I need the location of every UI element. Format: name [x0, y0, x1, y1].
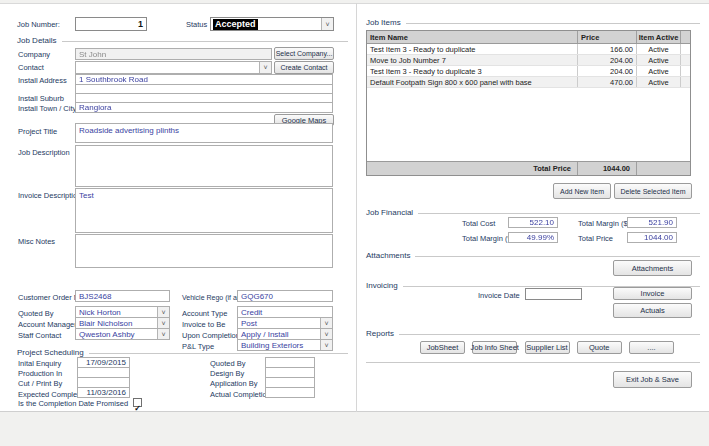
delete-selected-item-button[interactable]: Delete Selected Item	[614, 183, 692, 199]
total-price-label: Total Price	[367, 162, 578, 175]
table-row[interactable]: Test Item 3 - Ready to duplicate 3 204.0…	[367, 66, 690, 77]
install-suburb-label: Install Suburb	[18, 94, 64, 104]
status-dropdown[interactable]: Accepted ˅	[210, 17, 334, 31]
column-header-spacer	[681, 31, 690, 43]
chevron-down-icon[interactable]: ˅	[321, 18, 333, 30]
attachments-button[interactable]: Attachments	[613, 260, 692, 276]
job-items-rows: Test Item 3 - Ready to duplicate 166.00 …	[367, 44, 690, 88]
item-price-cell: 470.00	[578, 77, 637, 87]
table-row[interactable]: Default Footpath Sign 800 x 600 panel wi…	[367, 77, 690, 88]
reports-section-header: Reports	[366, 329, 700, 338]
invoice-description-label: Invoice Description	[18, 191, 81, 201]
status-value: Accepted	[213, 19, 258, 30]
select-company-button[interactable]: Select Company...	[274, 47, 334, 60]
item-spacer-cell	[681, 44, 690, 54]
report-button[interactable]: ....	[629, 341, 674, 354]
item-spacer-cell	[681, 55, 690, 65]
job-details-title: Job Details	[17, 36, 57, 45]
total-spacer-cell	[637, 162, 690, 175]
invoice-to-be-label: Invoice to Be	[182, 320, 225, 330]
total-margin-pct-field[interactable]: 49.99%	[508, 232, 558, 243]
chevron-down-icon[interactable]: ˅	[157, 318, 169, 328]
initial-enquiry-value: 17/09/2015	[86, 358, 126, 367]
project-title-label: Project Title	[18, 127, 57, 137]
misc-notes-field[interactable]	[75, 234, 333, 268]
job-items-table: Item Name Price Item Active Test Item 3 …	[366, 30, 691, 176]
job-number-field[interactable]: 1	[75, 17, 147, 31]
production-in-label: Production In	[18, 369, 62, 379]
create-contact-button[interactable]: Create Contact	[274, 61, 334, 74]
report-button[interactable]: Supplier List	[525, 341, 570, 354]
financial-total-price-label: Total Price	[578, 234, 613, 244]
misc-notes-label: Misc Notes	[18, 237, 55, 247]
report-button[interactable]: Job Info Sheet	[472, 341, 517, 354]
item-price-cell: 204.00	[578, 55, 637, 65]
item-spacer-cell	[681, 66, 690, 76]
invoice-button[interactable]: Invoice	[613, 287, 692, 300]
column-header-item-active[interactable]: Item Active	[637, 31, 681, 43]
completion-promised-checkbox[interactable]	[133, 398, 142, 407]
column-header-item-name[interactable]: Item Name	[367, 31, 578, 43]
invoice-date-field[interactable]	[525, 288, 582, 300]
completion-promised-label: Is the Completion Date Promised	[18, 399, 128, 409]
job-description-field[interactable]	[75, 145, 333, 187]
item-price-cell: 204.00	[578, 66, 637, 76]
project-scheduling-title: Project Scheduling	[17, 348, 84, 357]
quoted-by-value: Nick Horton	[76, 307, 157, 317]
report-button[interactable]: Quote	[577, 341, 622, 354]
item-active-cell: Active	[637, 44, 681, 54]
account-manager-label: Account Manager	[18, 320, 77, 330]
vehicle-rego-value: GQG670	[241, 292, 273, 301]
report-button[interactable]: JobSheet	[420, 341, 465, 354]
financial-total-price-value: 1044.00	[644, 233, 673, 242]
status-label: Status	[186, 20, 207, 30]
vehicle-rego-field[interactable]: GQG670	[237, 290, 333, 302]
item-active-cell: Active	[637, 55, 681, 65]
exit-job-save-button[interactable]: Exit Job & Save	[613, 371, 692, 388]
total-cost-field[interactable]: 522.10	[508, 217, 558, 228]
chevron-down-icon[interactable]: ˅	[320, 318, 332, 328]
actual-completion-field[interactable]	[265, 387, 315, 398]
staff-contact-dropdown[interactable]: Qweston Ashby ˅	[75, 328, 170, 340]
panel-divider	[356, 3, 357, 412]
chevron-down-icon[interactable]: ˅	[259, 62, 271, 73]
reports-title: Reports	[366, 329, 394, 338]
contact-value	[76, 62, 259, 73]
chevron-down-icon[interactable]: ˅	[320, 329, 332, 339]
table-row[interactable]: Move to Job Number 7 204.00 Active	[367, 55, 690, 66]
upon-completion-label: Upon Completion	[182, 331, 240, 341]
project-title-field[interactable]: Roadside advertising plinths	[75, 123, 333, 143]
expected-completion-field[interactable]: 11/03/2016	[77, 387, 130, 398]
account-manager-value: Blair Nicholson	[76, 318, 157, 328]
install-town-field[interactable]: Rangiora	[75, 102, 333, 113]
item-spacer-cell	[681, 77, 690, 87]
footer-divider	[366, 362, 700, 363]
invoice-description-field[interactable]: Test	[75, 188, 333, 233]
contact-dropdown[interactable]: ˅	[75, 61, 272, 74]
customer-order-field[interactable]: BJS2468	[75, 290, 170, 302]
cut-print-by-label: Cut / Print By	[18, 379, 62, 389]
job-items-section-header: Job Items	[366, 18, 700, 27]
item-active-cell: Active	[637, 77, 681, 87]
job-financial-section-header: Job Financial	[366, 208, 700, 217]
chevron-down-icon[interactable]: ˅	[157, 307, 169, 317]
actuals-button[interactable]: Actuals	[613, 303, 692, 318]
item-name-cell: Default Footpath Sign 800 x 600 panel wi…	[367, 77, 578, 87]
chevron-down-icon[interactable]: ˅	[157, 329, 169, 339]
item-name-cell: Test Item 3 - Ready to duplicate 3	[367, 66, 578, 76]
column-header-price[interactable]: Price	[578, 31, 637, 43]
table-row[interactable]: Test Item 3 - Ready to duplicate 166.00 …	[367, 44, 690, 55]
company-field[interactable]: St John	[75, 48, 272, 60]
financial-total-price-field[interactable]: 1044.00	[627, 232, 677, 243]
actual-completion-label: Actual Completion	[210, 390, 271, 400]
item-active-cell: Active	[637, 66, 681, 76]
total-cost-value: 522.10	[530, 218, 554, 227]
add-new-item-button[interactable]: Add New Item	[553, 183, 611, 199]
total-margin-dollar-field[interactable]: 521.90	[627, 217, 677, 228]
table-total-row: Total Price 1044.00	[367, 161, 690, 175]
job-number-label: Job Number:	[17, 20, 60, 30]
company-label: Company	[18, 50, 50, 60]
total-margin-dollar-label: Total Margin ($)	[578, 219, 630, 229]
install-address-value: 1 Southbrook Road	[79, 75, 148, 84]
install-town-value: Rangiora	[79, 103, 111, 112]
